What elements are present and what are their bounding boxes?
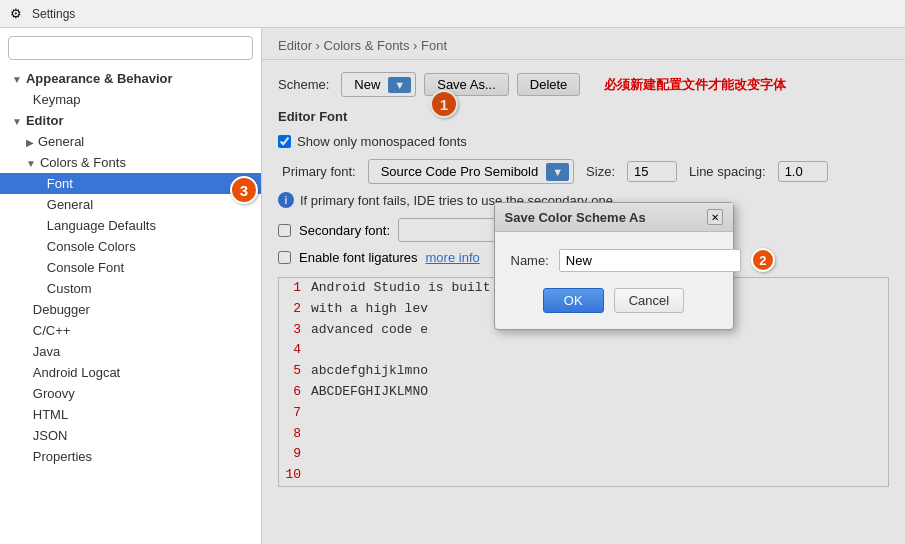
sidebar-items: ▼Appearance & Behavior Keymap▼Editor▶Gen… xyxy=(0,68,261,467)
settings-icon: ⚙ xyxy=(10,6,26,22)
sidebar-item-json[interactable]: JSON xyxy=(0,425,261,446)
save-dialog: Save Color Scheme As ✕ Name: 2 OK Cancel xyxy=(494,202,734,330)
sidebar-item-keymap[interactable]: Keymap xyxy=(0,89,261,110)
dialog-close-button[interactable]: ✕ xyxy=(707,209,723,225)
sidebar-item-general[interactable]: ▶General xyxy=(0,131,261,152)
main-container: ▼Appearance & Behavior Keymap▼Editor▶Gen… xyxy=(0,28,905,544)
dialog-name-input[interactable] xyxy=(559,249,741,272)
ok-button[interactable]: OK xyxy=(543,288,604,313)
badge-3: 3 xyxy=(230,176,258,204)
cancel-button[interactable]: Cancel xyxy=(614,288,684,313)
sidebar-item-font[interactable]: Font xyxy=(0,173,261,194)
sidebar: ▼Appearance & Behavior Keymap▼Editor▶Gen… xyxy=(0,28,262,544)
sidebar-item-android-logcat[interactable]: Android Logcat xyxy=(0,362,261,383)
sidebar-item-appearance[interactable]: ▼Appearance & Behavior xyxy=(0,68,261,89)
content-area: Editor › Colors & Fonts › Font Scheme: N… xyxy=(262,28,905,544)
sidebar-item-general2[interactable]: General xyxy=(0,194,261,215)
sidebar-item-java[interactable]: Java xyxy=(0,341,261,362)
dialog-overlay: Save Color Scheme As ✕ Name: 2 OK Cancel xyxy=(262,28,905,544)
sidebar-item-editor[interactable]: ▼Editor xyxy=(0,110,261,131)
sidebar-item-groovy[interactable]: Groovy xyxy=(0,383,261,404)
search-input[interactable] xyxy=(8,36,253,60)
sidebar-item-colors-fonts[interactable]: ▼Colors & Fonts xyxy=(0,152,261,173)
sidebar-item-language-defaults[interactable]: Language Defaults xyxy=(0,215,261,236)
dialog-title: Save Color Scheme As xyxy=(505,210,646,225)
sidebar-item-html[interactable]: HTML xyxy=(0,404,261,425)
dialog-buttons: OK Cancel xyxy=(511,288,717,313)
sidebar-item-console-font[interactable]: Console Font xyxy=(0,257,261,278)
sidebar-item-custom[interactable]: Custom xyxy=(0,278,261,299)
sidebar-item-properties[interactable]: Properties xyxy=(0,446,261,467)
title-bar-text: Settings xyxy=(32,7,75,21)
dialog-name-label: Name: xyxy=(511,253,549,268)
dialog-body: Name: 2 OK Cancel xyxy=(495,232,733,329)
dialog-name-row: Name: 2 xyxy=(511,248,717,272)
sidebar-item-console-colors[interactable]: Console Colors xyxy=(0,236,261,257)
dialog-title-bar: Save Color Scheme As ✕ xyxy=(495,203,733,232)
sidebar-item-debugger[interactable]: Debugger xyxy=(0,299,261,320)
badge-2: 2 xyxy=(751,248,775,272)
title-bar: ⚙ Settings xyxy=(0,0,905,28)
sidebar-item-cpp[interactable]: C/C++ xyxy=(0,320,261,341)
